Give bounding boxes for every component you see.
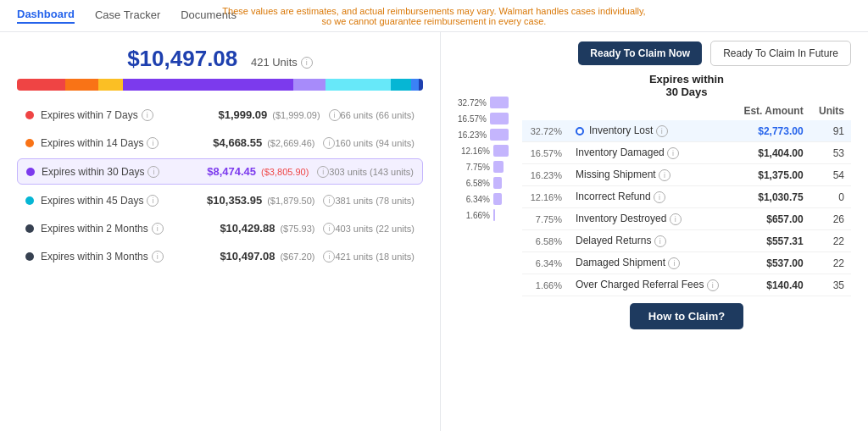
row-pct: 16.57% [522,142,569,164]
expiry-units: 66 units (66 units) [341,110,415,120]
bar-pct-label: 6.34% [458,195,490,204]
row-info-icon[interactable]: i [668,257,680,269]
bar-fill [490,113,509,124]
row-pct: 32.72% [522,120,569,142]
expiry-amount-info-icon[interactable]: i [323,137,335,149]
expiry-label: Expires within 7 Days i [41,109,218,121]
expiry-units: 303 units (143 units) [329,167,414,177]
how-to-claim-button[interactable]: How to Claim? [630,303,743,329]
row-info-icon[interactable]: i [656,125,668,137]
ready-to-claim-now-button[interactable]: Ready To Claim Now [578,41,702,65]
col-est: Est. Amount [733,102,810,120]
row-info-icon[interactable]: i [654,235,666,247]
expiry-label: Expires within 2 Months i [41,223,220,235]
expiry-amount: $10,429.88 [220,222,275,235]
expiry-units: 421 units (18 units) [335,251,415,262]
bar-pct-label: 7.75% [458,163,490,172]
table-row: 32.72% Inventory Lost i $2,773.00 91 [522,120,851,142]
expiry-units: 381 units (78 units) [335,196,415,206]
bar-pct-label: 16.23% [458,130,487,140]
ready-to-claim-future-button[interactable]: Ready To Claim In Future [710,41,851,66]
table-area: Expires within 30 Days Est. Amount Units [522,73,851,423]
table-row: 1.66% Over Charged Referral Fees i $140.… [522,274,851,296]
bar-row: 32.72% [458,97,509,108]
bar-fill [493,161,504,173]
expiry-label: Expires within 14 Days i [41,137,213,149]
row-pct: 6.58% [522,230,569,252]
bar-row: 7.75% [458,161,509,173]
expiry-amount-info-icon[interactable]: i [323,223,335,235]
bar-fill [493,145,509,157]
row-label: Inventory Lost i [569,120,733,142]
expiry-row: Expires within 3 Months i $10,497.08 ($6… [17,244,423,268]
table-row: 7.75% Inventory Destroyed i $657.00 26 [522,208,851,230]
row-units: 0 [810,186,851,208]
bar-fill [493,177,502,189]
row-info-icon[interactable]: i [707,279,719,291]
expiry-sub: ($1,879.50) [267,196,314,206]
row-amount: $537.00 [733,252,810,274]
nav-tab-case-tracker[interactable]: Case Tracker [95,8,160,23]
row-label: Over Charged Referral Fees i [569,274,733,296]
expiry-info-icon[interactable]: i [147,166,159,178]
col-units: Units [810,102,851,120]
main-area: $10,497.08 421 Units i Expires within 7 … [0,32,868,431]
expiry-units: 403 units (22 units) [335,224,415,234]
row-units: 53 [810,142,851,164]
row-pct: 6.34% [522,252,569,274]
expiry-amount-info-icon[interactable]: i [329,109,341,121]
expiry-label: Expires within 3 Months i [41,251,220,262]
col-pct [522,102,569,120]
expiry-info-icon[interactable]: i [147,137,159,149]
expiry-label: Expires within 45 Days i [41,195,207,207]
expiry-label: Expires within 30 Days i [42,166,207,178]
expiry-info-icon[interactable]: i [147,195,159,207]
expiry-dot [25,252,34,261]
row-pct: 12.16% [522,186,569,208]
nav-tab-dashboard[interactable]: Dashboard [17,8,75,24]
radio-dot[interactable] [576,127,584,135]
expiry-amount-info-icon[interactable]: i [323,251,335,262]
expires-title: Expires within [649,73,724,86]
table-row: 6.58% Delayed Returns i $557.31 22 [522,230,851,252]
total-units-info-icon[interactable]: i [301,57,313,69]
expiry-info-icon[interactable]: i [152,251,164,262]
row-info-icon[interactable]: i [654,191,665,203]
expiry-row: Expires within 7 Days i $1,999.09 ($1,99… [17,102,423,127]
expiry-info-icon[interactable]: i [142,109,153,121]
expiry-row: Expires within 30 Days i $8,474.45 ($3,8… [17,158,423,185]
bar-fill [490,97,509,108]
expiry-info-icon[interactable]: i [152,223,164,235]
bar-row: 12.16% [458,145,509,157]
row-units: 22 [810,230,851,252]
expiry-amount-info-icon[interactable]: i [323,195,335,207]
row-amount: $2,773.00 [733,120,810,142]
bar-pct-label: 1.66% [458,211,490,220]
expiry-amount: $4,668.55 [213,136,262,149]
row-amount: $1,404.00 [733,142,810,164]
row-amount: $140.40 [733,274,810,296]
expiry-dot [25,196,34,205]
row-label: Damaged Shipment i [569,252,733,274]
bar-row: 16.57% [458,113,509,124]
expiry-row: Expires within 14 Days i $4,668.55 ($2,6… [17,130,423,155]
bar-pct-label: 32.72% [458,98,487,108]
col-label [569,102,733,120]
row-pct: 7.75% [522,208,569,230]
expiry-amount: $10,497.08 [220,250,275,262]
expiry-amount-info-icon[interactable]: i [317,166,329,178]
row-units: 54 [810,164,851,186]
row-amount: $1,030.75 [733,186,810,208]
expires-sub: 30 Days [649,86,724,98]
row-info-icon[interactable]: i [659,169,670,181]
row-amount: $557.31 [733,230,810,252]
row-units: 22 [810,252,851,274]
expiry-sub: ($3,805.90) [261,167,309,177]
bar-row: 1.66% [458,209,509,221]
row-info-icon[interactable]: i [670,213,682,225]
expiry-amount: $8,474.45 [207,165,256,178]
expiry-dot [26,168,35,176]
row-info-icon[interactable]: i [667,147,679,159]
table-row: 6.34% Damaged Shipment i $537.00 22 [522,252,851,274]
table-row: 16.57% Inventory Damaged i $1,404.00 53 [522,142,851,164]
